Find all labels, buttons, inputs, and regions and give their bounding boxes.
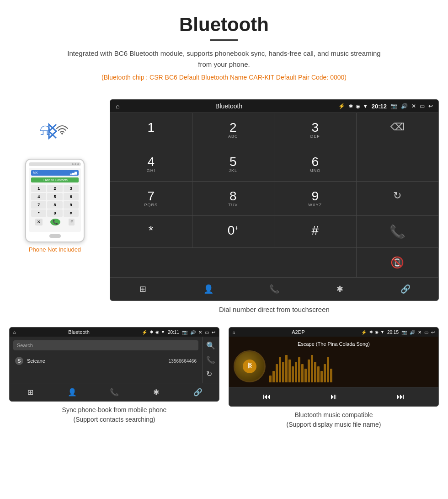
phone-key-6[interactable]: 6 — [64, 193, 79, 200]
music-close-icon[interactable]: ✕ — [418, 330, 421, 335]
phone-key-0[interactable]: 0 — [47, 209, 62, 217]
phone-key-star[interactable]: * — [31, 209, 46, 217]
music-body: Escape (The Pina Colada Song) — [229, 337, 438, 387]
pb-link-icon[interactable]: 🔗 — [177, 388, 219, 397]
dial-key-8[interactable]: 8TUV — [192, 182, 275, 216]
phone-key-hash[interactable]: # — [64, 209, 79, 217]
add-contacts-button[interactable]: + Add to Contacts — [31, 177, 79, 182]
phone-hash-btn[interactable]: # — [69, 219, 75, 225]
phone-icon[interactable]: 📞 — [241, 284, 307, 294]
phone-dot3 — [77, 163, 79, 165]
music-home-icon[interactable]: ⌂ — [233, 330, 235, 335]
call-side-icon[interactable]: 📞 — [206, 355, 215, 364]
phonebook-item: ⌂ Bluetooth ⚡ ✱ ◉ ▼ 20:11 📷 🔊 ✕ ▭ ↩ Sear — [9, 327, 219, 429]
viz-bar — [295, 362, 297, 382]
prev-button[interactable]: ⏮ — [263, 392, 271, 402]
backspace-key[interactable]: ⌫ — [357, 113, 439, 147]
apps-icon[interactable]: ⊞ — [110, 284, 176, 294]
home-icon[interactable]: ⌂ — [116, 102, 119, 110]
contact-initial: S — [15, 357, 23, 365]
bluetooth-icon-area: ⍾ — [37, 113, 73, 150]
search-bar[interactable]: Search — [13, 340, 198, 350]
close-icon[interactable]: ✕ — [411, 103, 416, 109]
search-side-icon[interactable]: 🔍 — [206, 341, 215, 350]
dialpad-grid: 1 2ABC 3DEF ⌫ 4GHI 5JKL — [110, 113, 438, 277]
viz-bar — [276, 364, 278, 382]
music-back-icon[interactable]: ↩ — [431, 330, 435, 335]
phonebook-caption-line1: Sync phone-book from mobile phone — [62, 406, 167, 413]
contacts-icon[interactable]: 👤 — [176, 284, 242, 294]
phone-key-1[interactable]: 1 — [31, 185, 46, 192]
phone-key-3[interactable]: 3 — [64, 185, 79, 192]
phone-home-button[interactable] — [49, 234, 61, 238]
pb-phone-icon[interactable]: 📞 — [93, 388, 135, 397]
phone-key-5[interactable]: 5 — [47, 193, 62, 200]
back-icon[interactable]: ↩ — [428, 103, 433, 109]
pb-cam-icon[interactable]: 📷 — [182, 330, 187, 335]
phone-key-4[interactable]: 4 — [31, 193, 46, 200]
dial-key-star[interactable]: * — [110, 216, 192, 248]
pb-bt-footer-icon[interactable]: ✱ — [135, 388, 177, 397]
phone-key-9[interactable]: 9 — [64, 201, 79, 209]
bluetooth-footer-icon[interactable]: ✱ — [307, 284, 373, 294]
music-song-title: Escape (The Pina Colada Song) — [234, 341, 434, 347]
music-cam-icon[interactable]: 📷 — [401, 330, 407, 335]
phone-call-btn[interactable]: 📞 — [50, 219, 60, 225]
music-content — [234, 350, 434, 382]
phone-key-2[interactable]: 2 — [47, 185, 62, 192]
dial-key-5[interactable]: 5JKL — [192, 147, 275, 182]
phone-key-7[interactable]: 7 — [31, 201, 46, 209]
phonebook-statusbar: ⌂ Bluetooth ⚡ ✱ ◉ ▼ 20:11 📷 🔊 ✕ ▭ ↩ — [10, 327, 219, 337]
dial-key-4[interactable]: 4GHI — [110, 147, 192, 182]
dial-key-1[interactable]: 1 — [110, 113, 192, 147]
svg-point-0 — [61, 133, 63, 134]
album-art-inner — [243, 359, 256, 373]
phone-key-8[interactable]: 8 — [47, 201, 62, 209]
call-green-button[interactable]: 📞 — [357, 216, 439, 248]
pb-title: Bluetooth — [19, 329, 139, 335]
window-icon[interactable]: ▭ — [420, 103, 425, 109]
dial-key-hash[interactable]: # — [274, 216, 357, 248]
pb-footer: ⊞ 👤 📞 ✱ 🔗 — [10, 383, 219, 401]
viz-bar — [314, 362, 316, 382]
dial-key-6[interactable]: 6MNO — [274, 147, 357, 182]
refresh-key[interactable]: ↻ — [357, 182, 439, 216]
status-time: 20:12 — [372, 103, 387, 110]
pb-win-icon[interactable]: ▭ — [205, 330, 209, 335]
phone-camera-dot — [72, 163, 74, 165]
end-call-button[interactable]: 📵 — [357, 248, 439, 277]
dial-key-3[interactable]: 3DEF — [274, 113, 357, 147]
dial-caption: Dial number direct from touchscreen — [110, 306, 439, 313]
dial-key-9[interactable]: 9WXYZ — [274, 182, 357, 216]
music-statusbar: ⌂ A2DP ⚡ ✱ ◉ ▼ 20:15 📷 🔊 ✕ ▭ ↩ — [229, 327, 438, 337]
music-vol-icon[interactable]: 🔊 — [410, 330, 415, 335]
pb-apps-icon[interactable]: ⊞ — [10, 388, 52, 397]
dial-key-0[interactable]: 0+ — [192, 216, 275, 248]
phone-cancel-btn[interactable]: ✕ — [35, 219, 43, 225]
camera-icon[interactable]: 📷 — [390, 103, 397, 109]
volume-icon[interactable]: 🔊 — [401, 103, 408, 109]
empty-key-2 — [357, 147, 439, 182]
music-bt-icon: ✱ — [369, 330, 373, 334]
dial-key-7[interactable]: 7PQRS — [110, 182, 192, 216]
pb-close-icon[interactable]: ✕ — [198, 330, 202, 335]
pb-back-icon[interactable]: ↩ — [212, 330, 215, 335]
music-usb-icon: ⚡ — [361, 330, 367, 335]
music-title: A2DP — [238, 329, 358, 335]
main-content: ⍾ — [0, 95, 448, 318]
viz-bar — [282, 362, 284, 382]
pb-home-icon[interactable]: ⌂ — [13, 330, 16, 335]
page-description: Integrated with BC6 Bluetooth module, su… — [64, 48, 384, 70]
pb-vol-icon[interactable]: 🔊 — [190, 330, 196, 335]
dial-key-2[interactable]: 2ABC — [192, 113, 275, 147]
contact-row[interactable]: S Seicane 13566664466 — [13, 354, 198, 368]
next-button[interactable]: ⏭ — [396, 392, 405, 402]
play-pause-button[interactable]: ⏯ — [330, 392, 338, 402]
music-win-icon[interactable]: ▭ — [424, 330, 428, 335]
refresh-side-icon[interactable]: ↻ — [206, 370, 215, 378]
pb-contacts-icon[interactable]: 👤 — [52, 388, 94, 397]
phone-screen: MX ▂▄▆ + Add to Contacts 1 2 3 4 5 6 7 8… — [29, 168, 81, 232]
status-icons: ✱ ◉ ▼ — [349, 103, 368, 109]
link-icon[interactable]: 🔗 — [373, 284, 438, 294]
phone-side: ⍾ — [9, 99, 101, 253]
